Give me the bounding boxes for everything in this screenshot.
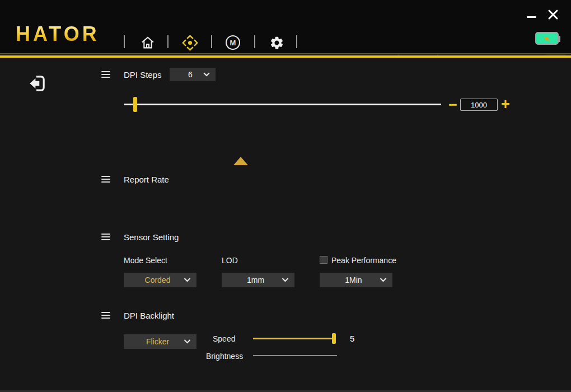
nav-separator	[167, 35, 169, 48]
peak-performance-label: Peak Performance	[331, 256, 396, 265]
sensor-menu-icon	[101, 234, 110, 240]
nav-dpi[interactable]	[181, 34, 199, 52]
speed-slider-track[interactable]	[253, 338, 335, 339]
selected-dpi-indicator	[233, 157, 248, 165]
dpi-pad-icon	[181, 34, 199, 52]
dpi-steps-section-label: DPI Steps	[124, 70, 162, 80]
sensor-section-label: Sensor Setting	[124, 232, 179, 242]
backlight-section-label: DPI Backlight	[124, 311, 174, 320]
macro-m-icon: M	[226, 35, 240, 50]
chevron-down-icon	[184, 339, 191, 344]
peak-performance-timeout-value: 1Min	[320, 276, 380, 284]
lod-dropdown[interactable]: 1mm	[222, 273, 294, 287]
backlight-effect-value: Flicker	[124, 337, 184, 346]
speed-slider-handle[interactable]	[332, 333, 336, 344]
battery-charging-icon	[535, 32, 559, 45]
peak-performance-timeout-dropdown[interactable]: 1Min	[320, 273, 392, 287]
battery-nub	[559, 36, 560, 42]
mode-select-dropdown[interactable]: Corded	[124, 273, 196, 287]
dpi-steps-count-dropdown[interactable]: 6	[170, 68, 216, 81]
chevron-down-icon	[282, 278, 289, 282]
nav-separator	[124, 35, 125, 48]
nav-macro[interactable]: M	[224, 34, 242, 52]
chevron-down-icon	[203, 72, 210, 77]
lod-label: LOD	[222, 256, 238, 265]
nav-separator	[211, 35, 212, 48]
nav-separator	[254, 35, 255, 48]
close-icon	[547, 9, 559, 20]
app-window: HATOR	[0, 0, 571, 392]
report-rate-menu-icon	[101, 176, 110, 183]
chevron-down-icon	[184, 278, 191, 282]
mode-select-label: Mode Select	[124, 256, 167, 265]
charging-bolt-icon	[541, 32, 552, 44]
brightness-label: Brightness	[206, 352, 243, 361]
speed-value: 5	[350, 334, 354, 343]
exit-button[interactable]	[27, 73, 47, 94]
exit-arrow-icon	[30, 78, 39, 88]
brand-logo: HATOR	[16, 22, 100, 46]
speed-label: Speed	[213, 334, 235, 343]
nav-separator	[296, 35, 297, 48]
home-icon	[140, 35, 156, 50]
dpi-value-input[interactable]	[460, 99, 498, 111]
brightness-slider-track[interactable]	[253, 355, 337, 356]
header-divider-dark	[0, 53, 571, 54]
app-header: HATOR	[0, 0, 571, 54]
dpi-decrease-button[interactable]: −	[448, 97, 457, 113]
header-divider-accent	[0, 55, 571, 58]
dpi-steps-count-value: 6	[170, 70, 203, 79]
nav-settings[interactable]	[268, 34, 286, 52]
minimize-icon	[527, 16, 536, 18]
dpi-steps-menu-icon	[101, 71, 110, 78]
report-rate-section-label: Report Rate	[124, 175, 169, 184]
macro-letter: M	[230, 39, 236, 47]
dpi-slider-handle[interactable]	[133, 97, 137, 112]
nav-home[interactable]	[139, 34, 157, 52]
peak-performance-checkbox[interactable]	[320, 256, 327, 264]
backlight-effect-dropdown[interactable]: Flicker	[124, 334, 196, 349]
dpi-increase-button[interactable]: +	[501, 97, 510, 112]
close-button[interactable]	[543, 5, 563, 24]
mode-select-value: Corded	[124, 276, 184, 284]
lod-value: 1mm	[222, 276, 282, 284]
backlight-menu-icon	[101, 312, 110, 319]
chevron-down-icon	[380, 278, 387, 282]
dpi-slider-track[interactable]	[124, 104, 441, 105]
minimize-button[interactable]	[523, 10, 540, 24]
gear-icon	[269, 35, 284, 50]
